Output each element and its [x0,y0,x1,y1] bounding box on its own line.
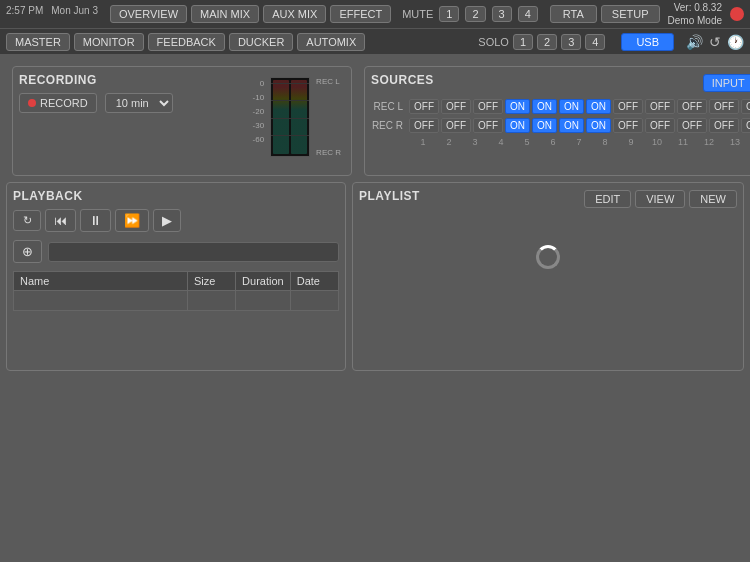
rec-r-ch5[interactable]: ON [532,118,557,133]
rec-r-ch11[interactable]: OFF [709,118,739,133]
rec-l-ch8[interactable]: OFF [613,99,643,114]
pb-pause[interactable]: ⏸ [80,209,111,232]
rec-l-ch4[interactable]: ON [505,99,530,114]
rec-l-label: REC L [316,77,341,86]
edit-button[interactable]: EDIT [584,190,631,208]
rec-l-ch12[interactable]: OFF [741,99,750,114]
pb-prev[interactable]: ⏮ [45,209,76,232]
sources-panel: SOURCES INPUT OUTPUT PRE GEO REC L OFF O… [364,66,750,176]
vu-bar-left [273,80,289,154]
refresh-icon[interactable]: ↺ [709,34,721,50]
loading-spinner [536,245,560,269]
vu-meter [270,77,310,157]
rec-r-row: REC R OFF OFF OFF ON ON ON ON OFF OFF OF… [371,118,750,133]
rec-r-ch4[interactable]: ON [505,118,530,133]
rec-l-ch5[interactable]: ON [532,99,557,114]
rec-l-ch1[interactable]: OFF [409,99,439,114]
rec-r-ch12[interactable]: OFF [741,118,750,133]
playback-controls: ↻ ⏮ ⏸ ⏩ ▶ [13,209,339,232]
solo-1[interactable]: 1 [513,34,533,50]
solo-label: SOLO [478,36,509,48]
nav-aux-mix[interactable]: AUX MIX [263,5,326,23]
rec-r-ch10[interactable]: OFF [677,118,707,133]
ch-num-13: 13 [723,137,747,147]
search-input[interactable] [48,242,339,262]
solo-2[interactable]: 2 [537,34,557,50]
playback-panel: PLAYBACK ↻ ⏮ ⏸ ⏩ ▶ ⊕ Name Size Duration … [6,182,346,371]
ch-num-5: 5 [515,137,539,147]
top-panels: RECORDING RECORD 5 min 10 min 15 min 30 … [0,54,750,182]
nav-ducker[interactable]: DUCKER [229,33,293,51]
ch-num-10: 10 [645,137,669,147]
ch-num-8: 8 [593,137,617,147]
rec-l-ch7[interactable]: ON [586,99,611,114]
record-button[interactable]: RECORD [19,93,97,113]
pb-next[interactable]: ⏩ [115,209,149,232]
second-bar: MASTER MONITOR FEEDBACK DUCKER AUTOMIX S… [0,28,750,54]
rta-section: RTA [550,5,597,23]
rec-l-ch6[interactable]: ON [559,99,584,114]
rec-r-ch8[interactable]: OFF [613,118,643,133]
nav-master[interactable]: MASTER [6,33,70,51]
file-table: Name Size Duration Date [13,271,339,311]
pb-loop[interactable]: ↻ [13,210,41,231]
view-button[interactable]: VIEW [635,190,685,208]
nav-main-mix[interactable]: MAIN MIX [191,5,259,23]
col-duration: Duration [236,272,291,291]
duration-select[interactable]: 5 min 10 min 15 min 30 min 1 hr [105,93,173,113]
search-bar: ⊕ [13,240,339,263]
col-name: Name [14,272,188,291]
clock-icon[interactable]: 🕐 [727,34,744,50]
rec-l-ch9[interactable]: OFF [645,99,675,114]
nav-feedback[interactable]: FEEDBACK [148,33,225,51]
rta-button[interactable]: RTA [550,5,597,23]
setup-button[interactable]: SETUP [601,5,660,23]
file-duration [236,291,291,311]
rec-r-ch2[interactable]: OFF [441,118,471,133]
sources-title: SOURCES [371,73,434,87]
sources-buttons: INPUT OUTPUT PRE GEO [703,74,750,92]
file-size [187,291,235,311]
col-size: Size [187,272,235,291]
rec-l-ch10[interactable]: OFF [677,99,707,114]
playlist-header: PLAYLIST EDIT VIEW NEW [359,189,737,209]
top-bar: 2:57 PM Mon Jun 3 OVERVIEW MAIN MIX AUX … [0,0,750,28]
ch-num-1: 1 [411,137,435,147]
new-button[interactable]: NEW [689,190,737,208]
vu-bar-right [291,80,307,154]
demo-dot [730,7,744,21]
icon-cluster: 🔊 ↺ 🕐 [686,34,744,50]
rec-r-ch7[interactable]: ON [586,118,611,133]
mute-1[interactable]: 1 [439,6,459,22]
mute-2[interactable]: 2 [465,6,485,22]
rec-l-ch3[interactable]: OFF [473,99,503,114]
ch-num-12: 12 [697,137,721,147]
rec-l-ch2[interactable]: OFF [441,99,471,114]
rec-r-ch1[interactable]: OFF [409,118,439,133]
solo-3[interactable]: 3 [561,34,581,50]
usb-button[interactable]: USB [621,33,674,51]
nav-effect[interactable]: EFFECT [330,5,391,23]
version-info: Ver: 0.8.32 Demo Mode [668,1,722,27]
rec-l-ch11[interactable]: OFF [709,99,739,114]
nav-automix[interactable]: AUTOMIX [297,33,365,51]
mute-3[interactable]: 3 [492,6,512,22]
rec-r-ch9[interactable]: OFF [645,118,675,133]
ch-num-2: 2 [437,137,461,147]
recording-panel: RECORDING RECORD 5 min 10 min 15 min 30 … [12,66,352,176]
rec-r-ch3[interactable]: OFF [473,118,503,133]
nav-monitor[interactable]: MONITOR [74,33,144,51]
time-display: 2:57 PM [6,5,43,23]
mute-4[interactable]: 4 [518,6,538,22]
search-button[interactable]: ⊕ [13,240,42,263]
rec-r-ch6[interactable]: ON [559,118,584,133]
input-button[interactable]: INPUT [703,74,750,92]
table-row [14,291,339,311]
nav-overview[interactable]: OVERVIEW [110,5,187,23]
rec-r-row-label: REC R [371,120,407,131]
solo-4[interactable]: 4 [585,34,605,50]
solo-section: SOLO 1 2 3 4 [478,34,605,50]
vu-rec-labels: REC L REC R [314,77,341,157]
rec-r-label: REC R [316,148,341,157]
pb-play[interactable]: ▶ [153,209,181,232]
